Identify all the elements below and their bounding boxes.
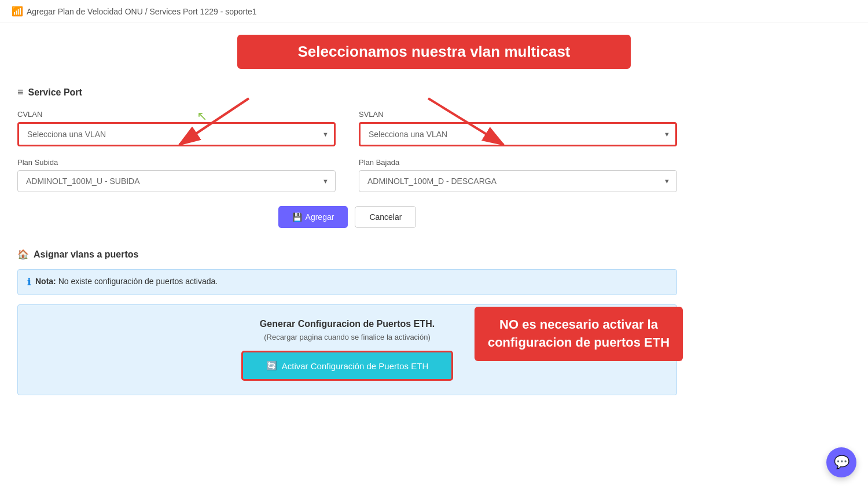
wifi-icon: 📶 xyxy=(12,6,23,17)
nota-prefix: Nota: xyxy=(35,277,56,286)
cvlan-field: CVLAN Selecciona una VLAN xyxy=(17,110,336,146)
nota-box: ℹ Nota: No existe configuración de puert… xyxy=(17,269,677,295)
cvlan-select[interactable]: Selecciona una VLAN xyxy=(17,122,336,146)
service-port-form: CVLAN Selecciona una VLAN SVLAN Seleccio… xyxy=(17,110,677,192)
svlan-select-wrapper: Selecciona una VLAN xyxy=(359,122,677,146)
agregar-label: Agregar xyxy=(306,212,334,222)
plan-subida-select[interactable]: ADMINOLT_100M_U - SUBIDA xyxy=(17,170,336,192)
info-icon: ℹ xyxy=(27,277,31,288)
save-icon: 💾 xyxy=(292,212,302,222)
svlan-label: SVLAN xyxy=(359,110,677,119)
svlan-select[interactable]: Selecciona una VLAN xyxy=(359,122,677,146)
nota-text: No existe configuración de puertos activ… xyxy=(58,277,218,286)
plan-bajada-select-wrapper: ADMINOLT_100M_D - DESCARGA xyxy=(359,170,677,192)
plan-bajada-field: Plan Bajada ADMINOLT_100M_D - DESCARGA xyxy=(359,158,677,192)
cancelar-button[interactable]: Cancelar xyxy=(355,206,416,228)
cvlan-label: CVLAN xyxy=(17,110,336,119)
breadcrumb-text: Agregar Plan de Velocidad ONU / Services… xyxy=(27,7,257,16)
plan-subida-label: Plan Subida xyxy=(17,158,336,167)
breadcrumb: 📶 Agregar Plan de Velocidad ONU / Servic… xyxy=(0,0,868,23)
asignar-vlans-section-title: 🏠 Asignar vlans a puertos xyxy=(17,249,677,260)
svlan-field: SVLAN Selecciona una VLAN xyxy=(359,110,677,146)
server-icon: 🏠 xyxy=(17,249,29,260)
service-port-section-title: ≡ Service Port xyxy=(17,86,677,98)
plan-bajada-select[interactable]: ADMINOLT_100M_D - DESCARGA xyxy=(359,170,677,192)
refresh-icon: 🔄 xyxy=(266,361,277,371)
nota-content: Nota: No existe configuración de puertos… xyxy=(35,277,218,286)
agregar-button[interactable]: 💾 Agregar xyxy=(278,206,348,228)
asignar-vlans-label: Asignar vlans a puertos xyxy=(34,249,138,260)
activar-button[interactable]: 🔄 Activar Configuración de Puertos ETH xyxy=(241,351,453,381)
action-buttons-container: 💾 Agregar Cancelar xyxy=(17,206,677,228)
plan-subida-field: Plan Subida ADMINOLT_100M_U - SUBIDA xyxy=(17,158,336,192)
service-port-icon: ≡ xyxy=(17,86,24,98)
service-port-label: Service Port xyxy=(28,87,82,98)
annotation-right-banner: NO es necesario activar la configuracion… xyxy=(475,307,683,361)
plan-bajada-label: Plan Bajada xyxy=(359,158,677,167)
cvlan-select-wrapper: Selecciona una VLAN xyxy=(17,122,336,146)
activar-label: Activar Configuración de Puertos ETH xyxy=(282,361,428,371)
plan-subida-select-wrapper: ADMINOLT_100M_U - SUBIDA xyxy=(17,170,336,192)
annotation-top-banner: Seleccionamos nuestra vlan multicast xyxy=(237,35,631,69)
